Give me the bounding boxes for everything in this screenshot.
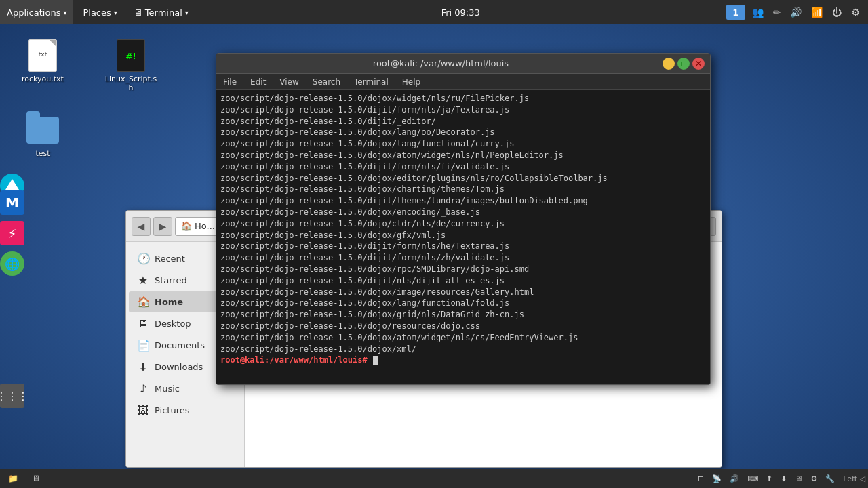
users-icon[interactable]: 👥 (749, 5, 766, 19)
terminal-line: zoo/script/dojo-release-1.5.0/dijit/them… (220, 195, 706, 207)
sidebar-item-home-label: Home (155, 297, 183, 307)
terminal-menu-terminal[interactable]: Terminal (347, 74, 395, 90)
music-icon-sb: ♪ (137, 382, 149, 395)
tray-wifi[interactable]: 📡 (709, 473, 724, 485)
desktop-icon-rockyou[interactable]: txt rockyou.txt (12, 37, 73, 86)
bottom-taskbar: 📁 🖥 ⊞ 📡 🔊 ⌨ ⬆ ⬇ 🖥 ⚙ 🔧 Left ◁ (0, 469, 868, 488)
terminal-title: root@kali: /var/www/html/louis (222, 58, 660, 68)
terminal-icon: 🖥 (134, 7, 142, 18)
tray-download[interactable]: ⬇ (778, 473, 789, 485)
terminal-cursor (373, 356, 378, 365)
taskbar-tray: 1 👥 ✏ 🔊 📶 ⏻ ⚙ (726, 5, 868, 20)
tray-screen[interactable]: ⊞ (695, 473, 707, 485)
terminal-line: zoo/script/dojo-release-1.5.0/dojox/widg… (220, 93, 706, 104)
terminal-line: zoo/script/dojo-release-1.5.0/dojo/resou… (220, 321, 706, 332)
power-icon[interactable]: ⏻ (829, 5, 844, 19)
sidebar-item-documents-label: Documents (155, 340, 205, 350)
txt-file-icon: txt (26, 39, 59, 72)
terminal-arrow: ▾ (185, 9, 189, 16)
terminal-line: zoo/script/dojo-release-1.5.0/dojox/enco… (220, 207, 706, 218)
terminal-line: zoo/script/dojo-release-1.5.0/dojo/cldr/… (220, 218, 706, 230)
terminal-line: zoo/script/dojo-release-1.5.0/dojox/rpc/… (220, 264, 706, 275)
terminal-menu-help[interactable]: Help (395, 74, 427, 90)
settings-icon[interactable]: ⚙ (848, 5, 863, 19)
terminal-line: zoo/script/dojo-release-1.5.0/dijit/form… (220, 104, 706, 116)
desktop-icon-test[interactable]: test (12, 111, 73, 161)
bottom-fm-icon: 📁 (8, 474, 18, 483)
pencil-icon[interactable]: ✏ (770, 5, 784, 19)
workspace-indicator[interactable]: 1 (726, 5, 745, 20)
terminal-menu-view[interactable]: View (273, 74, 305, 90)
bottom-tray: ⊞ 📡 🔊 ⌨ ⬆ ⬇ 🖥 ⚙ 🔧 Left ◁ (695, 473, 865, 485)
applications-menu[interactable]: Applications ▾ (0, 0, 73, 24)
applications-label: Applications (7, 7, 60, 18)
pictures-icon-sb: 🖼 (137, 404, 149, 417)
tray-input[interactable]: ⌨ (745, 473, 761, 485)
terminal-line: zoo/script/dojo-release-1.5.0/dijit/form… (220, 241, 706, 252)
places-arrow: ▾ (114, 9, 117, 16)
applications-arrow: ▾ (63, 9, 66, 16)
terminal-minimize-btn[interactable]: – (663, 58, 675, 70)
terminal-menu-edit[interactable]: Edit (243, 74, 273, 90)
terminal-line: zoo/script/dojo-release-1.5.0/dojox/grid… (220, 309, 706, 321)
sh-file-icon: #! (115, 39, 147, 72)
fm-forward-btn[interactable]: ▶ (153, 217, 172, 236)
terminal-line: zoo/script/dojo-release-1.5.0/dojox/edit… (220, 173, 706, 184)
terminal-line: zoo/script/dojo-release-1.5.0/dojox/lang… (220, 298, 706, 309)
terminal-line: zoo/script/dojo-release-1.5.0/dojox/imag… (220, 287, 706, 298)
workspace-number: 1 (732, 7, 738, 18)
layout-indicator: Left ◁ (840, 474, 865, 483)
terminal-line: zoo/script/dojo-release-1.5.0/dojox/atom… (220, 150, 706, 161)
tray-extra[interactable]: 🔧 (823, 473, 837, 485)
script-label: Linux_Script.sh (103, 75, 159, 92)
sidebar-item-pictures[interactable]: 🖼 Pictures (129, 400, 241, 421)
network-icon[interactable]: 📶 (808, 5, 825, 19)
sidebar-item-recent-label: Recent (155, 253, 185, 264)
bottom-task-filemanager[interactable]: 📁 (3, 471, 24, 486)
terminal-menu[interactable]: 🖥 Terminal ▾ (127, 0, 195, 24)
sidebar-item-downloads-label: Downloads (155, 362, 203, 372)
metasploit-icon[interactable]: M (0, 190, 24, 215)
terminal-menubar: File Edit View Search Terminal Help (216, 74, 710, 90)
terminal-line: zoo/script/dojo-release-1.5.0/dijit/form… (220, 252, 706, 264)
test-folder-icon (26, 114, 59, 146)
desktop-icon-script[interactable]: #! Linux_Script.sh (100, 37, 161, 95)
tray-vol[interactable]: 🔊 (727, 473, 742, 485)
terminal-line: zoo/script/dojo-release-1.5.0/dojox/xml/ (220, 344, 706, 355)
terminal-menu-search[interactable]: Search (306, 74, 347, 90)
sidebar-item-music-label: Music (155, 384, 180, 394)
fm-address-text: Ho... (195, 221, 215, 231)
terminal-content[interactable]: zoo/script/dojo-release-1.5.0/dojox/widg… (216, 90, 710, 384)
places-menu[interactable]: Places ▾ (76, 0, 123, 24)
terminal-menu-file[interactable]: File (216, 74, 243, 90)
top-taskbar: Applications ▾ Places ▾ 🖥 Terminal ▾ Fri… (0, 0, 868, 24)
tray-upload[interactable]: ⬆ (764, 473, 775, 485)
terminal-line: zoo/script/dojo-release-1.5.0/dijit/_edi… (220, 116, 706, 127)
terminal-close-btn[interactable]: ✕ (692, 58, 705, 70)
terminal-line: zoo/script/dojo-release-1.5.0/dojox/lang… (220, 127, 706, 138)
tray-monitor[interactable]: 🖥 (792, 473, 805, 485)
home-icon: 🏠 (137, 296, 149, 308)
rockyou-label: rockyou.txt (22, 75, 64, 83)
terminal-label: Terminal (145, 7, 182, 18)
apps-grid-icon[interactable]: ⋮⋮⋮ (0, 384, 24, 408)
volume-icon[interactable]: 🔊 (787, 5, 804, 19)
taskbar-time: Fri 09:33 (195, 7, 726, 18)
terminal-line: zoo/script/dojo-release-1.5.0/dojox/lang… (220, 138, 706, 150)
terminal-prompt-line: root@kali:/var/www/html/louis# (220, 354, 706, 366)
exploit-icon[interactable]: 🌐 (0, 251, 24, 276)
bottom-task-terminal[interactable]: 🖥 (26, 471, 45, 486)
terminal-line: zoo/script/dojo-release-1.5.0/dojox/gfx/… (220, 230, 706, 241)
home-icon-address: 🏠 (181, 221, 192, 231)
tray-settings2[interactable]: ⚙ (808, 473, 820, 485)
network-tools-icon[interactable]: ⚡ (0, 221, 24, 245)
fm-back-btn[interactable]: ◀ (132, 217, 151, 236)
sidebar-item-desktop-label: Desktop (155, 319, 191, 329)
terminal-line: zoo/script/dojo-release-1.5.0/dijit/form… (220, 161, 706, 173)
documents-icon: 📄 (137, 339, 149, 352)
time-display: Fri 09:33 (441, 7, 480, 18)
terminal-maximize-btn[interactable]: □ (677, 58, 690, 70)
starred-icon: ★ (137, 274, 149, 287)
desktop-icon-sb: 🖥 (137, 317, 149, 330)
test-label: test (35, 149, 50, 158)
